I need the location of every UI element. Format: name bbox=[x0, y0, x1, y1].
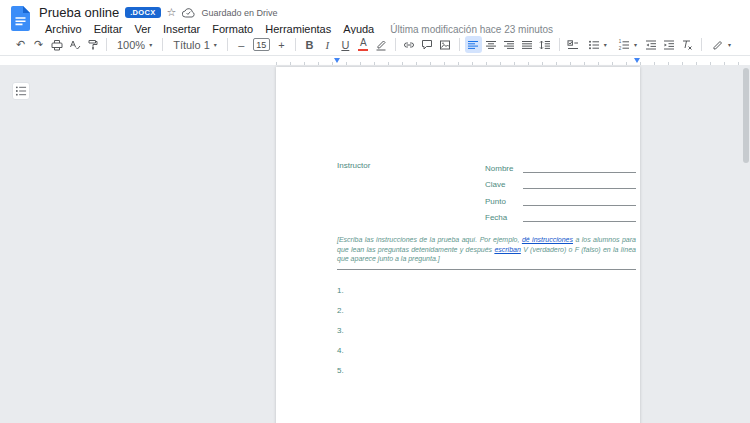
zoom-value: 100% bbox=[117, 39, 145, 51]
section-divider bbox=[337, 269, 636, 270]
field-underline bbox=[523, 163, 636, 173]
list-item: 5. bbox=[337, 366, 636, 386]
field-underline bbox=[523, 179, 636, 189]
field-label: Clave bbox=[485, 180, 523, 189]
toolbar-separator bbox=[395, 38, 396, 51]
svg-text:1: 1 bbox=[619, 39, 622, 44]
left-indent-marker[interactable] bbox=[334, 58, 340, 63]
field-row: Fecha bbox=[485, 206, 636, 223]
toolbar: ↶ ↷ 100% ▾ Título 1 ▾ – 15 + B I U A bbox=[0, 34, 750, 56]
header: Prueba online .DOCX ☆ Guardado en Drive … bbox=[0, 0, 750, 34]
insert-image-icon[interactable] bbox=[437, 36, 454, 53]
drive-saved-icon bbox=[182, 8, 195, 18]
align-center-button[interactable] bbox=[483, 36, 500, 53]
toolbar-separator bbox=[106, 38, 107, 51]
chevron-down-icon: ▾ bbox=[214, 41, 217, 48]
checklist-icon[interactable] bbox=[565, 36, 582, 53]
docs-logo-icon[interactable] bbox=[11, 6, 30, 35]
toolbar-separator bbox=[559, 38, 560, 51]
editing-mode-button[interactable]: ▾ bbox=[707, 36, 736, 53]
toolbar-separator bbox=[162, 38, 163, 51]
font-size-decrease-button[interactable]: – bbox=[233, 36, 250, 53]
field-underline bbox=[523, 212, 636, 222]
field-label: Fecha bbox=[485, 213, 523, 222]
redo-button[interactable]: ↷ bbox=[30, 36, 47, 53]
chevron-down-icon: ▾ bbox=[728, 41, 731, 48]
svg-text:2: 2 bbox=[619, 45, 622, 50]
italic-button[interactable]: I bbox=[319, 36, 336, 53]
field-row: Nombre bbox=[485, 156, 636, 173]
undo-button[interactable]: ↶ bbox=[12, 36, 29, 53]
add-comment-icon[interactable] bbox=[419, 36, 436, 53]
line-spacing-icon[interactable] bbox=[537, 36, 554, 53]
chevron-down-icon: ▾ bbox=[604, 41, 607, 48]
text-color-bar bbox=[358, 49, 368, 51]
field-row: Clave bbox=[485, 173, 636, 190]
align-right-button[interactable] bbox=[501, 36, 518, 53]
field-underline bbox=[523, 196, 636, 206]
field-label: Punto bbox=[485, 197, 523, 206]
chevron-down-icon: ▾ bbox=[634, 41, 637, 48]
star-icon[interactable]: ☆ bbox=[167, 7, 177, 18]
instructions-paragraph: [Escriba las instrucciones de la prueba … bbox=[337, 235, 636, 264]
document-title[interactable]: Prueba online bbox=[39, 5, 119, 20]
field-label: Nombre bbox=[485, 164, 523, 173]
list-item: 1. bbox=[337, 286, 636, 306]
list-item: 3. bbox=[337, 326, 636, 346]
font-size-increase-button[interactable]: + bbox=[273, 36, 290, 53]
inline-link[interactable]: escriban bbox=[494, 246, 520, 253]
toolbar-separator bbox=[227, 38, 228, 51]
paint-format-icon[interactable] bbox=[84, 36, 101, 53]
header-fields-section: Instructor Nombre Clave Punto bbox=[337, 156, 636, 222]
bold-button[interactable]: B bbox=[301, 36, 318, 53]
field-row: Punto bbox=[485, 189, 636, 206]
text-color-letter: A bbox=[360, 38, 367, 48]
toolbar-separator bbox=[295, 38, 296, 51]
clear-formatting-icon[interactable] bbox=[679, 36, 696, 53]
instructions-text: [Escriba las instrucciones de la prueba … bbox=[337, 236, 522, 243]
inline-link[interactable]: dé instrucciones bbox=[522, 236, 573, 243]
numbered-list-button[interactable]: 12 ▾ bbox=[613, 36, 642, 53]
paragraph-style-value: Título 1 bbox=[173, 39, 210, 51]
align-justify-button[interactable] bbox=[519, 36, 536, 53]
document-page[interactable]: Instructor Nombre Clave Punto bbox=[276, 67, 640, 423]
saved-status: Guardado en Drive bbox=[201, 8, 277, 18]
toolbar-separator bbox=[701, 38, 702, 51]
zoom-select[interactable]: 100% ▾ bbox=[112, 36, 157, 53]
text-color-button[interactable]: A bbox=[355, 36, 372, 53]
chevron-down-icon: ▾ bbox=[149, 41, 152, 48]
highlight-color-icon[interactable] bbox=[373, 36, 390, 53]
spellcheck-icon[interactable] bbox=[66, 36, 83, 53]
increase-indent-icon[interactable] bbox=[661, 36, 678, 53]
instructor-label: Instructor bbox=[337, 156, 485, 222]
toolbar-separator bbox=[459, 38, 460, 51]
font-size-input[interactable]: 15 bbox=[253, 38, 270, 51]
horizontal-ruler: 12345678910111213141516 bbox=[0, 57, 750, 65]
list-item: 4. bbox=[337, 346, 636, 366]
question-list: 1.2.3.4.5. bbox=[337, 286, 636, 386]
align-left-button[interactable] bbox=[465, 36, 482, 53]
document-canvas: Instructor Nombre Clave Punto bbox=[0, 65, 750, 423]
last-modified-link[interactable]: Última modificación hace 23 minutos bbox=[390, 24, 553, 35]
right-indent-marker[interactable] bbox=[634, 58, 640, 63]
bulleted-list-button[interactable]: ▾ bbox=[583, 36, 612, 53]
docx-badge: .DOCX bbox=[125, 7, 160, 18]
paragraph-style-select[interactable]: Título 1 ▾ bbox=[168, 36, 222, 53]
decrease-indent-icon[interactable] bbox=[643, 36, 660, 53]
underline-button[interactable]: U bbox=[337, 36, 354, 53]
document-outline-icon[interactable] bbox=[12, 82, 30, 100]
vertical-scrollbar[interactable] bbox=[743, 68, 749, 163]
list-item: 2. bbox=[337, 306, 636, 326]
print-icon[interactable] bbox=[48, 36, 65, 53]
insert-link-icon[interactable] bbox=[401, 36, 418, 53]
